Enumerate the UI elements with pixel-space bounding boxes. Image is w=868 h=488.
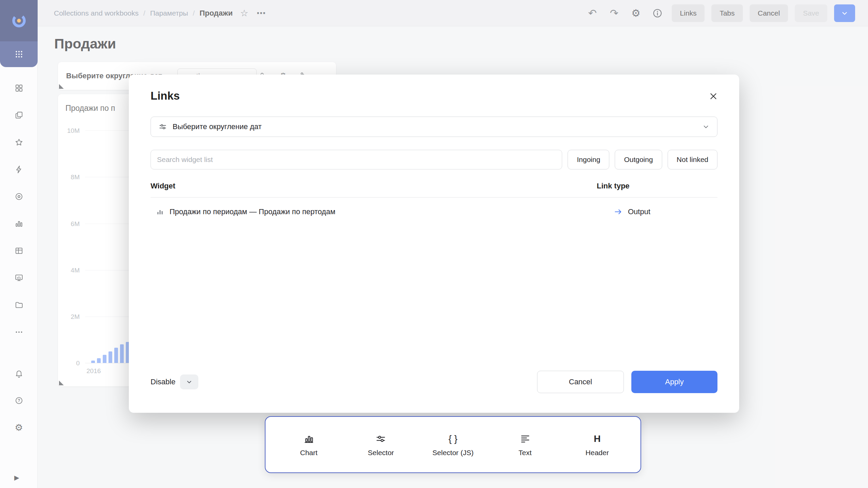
sliders-icon bbox=[158, 122, 167, 131]
widget-select-dropdown[interactable]: Выберите округление дат bbox=[151, 117, 717, 137]
toolbar-item-selector-js[interactable]: { } Selector (JS) bbox=[424, 432, 482, 457]
links-dialog: Links Выберите округление дат Ingoing Ou… bbox=[129, 75, 739, 413]
chevron-down-icon bbox=[702, 123, 710, 130]
toolbar-item-label: Text bbox=[518, 449, 532, 457]
row-link-type: Output bbox=[614, 207, 717, 216]
table-header-divider bbox=[151, 197, 717, 198]
toolbar-item-label: Header bbox=[586, 449, 609, 457]
chart-icon bbox=[303, 432, 314, 445]
arrow-right-icon bbox=[614, 207, 623, 216]
header-icon: H bbox=[594, 432, 600, 445]
selector-icon bbox=[375, 432, 386, 445]
toolbar-item-header[interactable]: H Header bbox=[568, 432, 626, 457]
widgets-toolbar: Chart Selector { } Selector (JS) Text bbox=[265, 416, 641, 473]
toolbar-item-text[interactable]: Text bbox=[496, 432, 554, 457]
table-row[interactable]: Продажи по периодам — Продажи по пертода… bbox=[151, 201, 717, 223]
toolbar-item-label: Selector bbox=[368, 449, 394, 457]
app-root: ? ⚙ ▶ Collections and workbooks / Параме… bbox=[0, 0, 868, 488]
search-filter-row: Ingoing Outgoing Not linked bbox=[151, 150, 717, 169]
toolbar-item-selector[interactable]: Selector bbox=[352, 432, 410, 457]
dialog-title: Links bbox=[151, 89, 180, 102]
selector-js-icon: { } bbox=[449, 432, 457, 445]
disable-dropdown-button[interactable] bbox=[180, 374, 198, 389]
toolbar-item-label: Chart bbox=[300, 449, 317, 457]
filter-not-linked-button[interactable]: Not linked bbox=[668, 150, 717, 169]
apply-button[interactable]: Apply bbox=[631, 371, 717, 393]
text-icon bbox=[520, 432, 531, 445]
toolbar-item-chart[interactable]: Chart bbox=[280, 432, 338, 457]
column-header-link-type: Link type bbox=[597, 182, 630, 190]
row-widget-name: Продажи по периодам — Продажи по пертода… bbox=[170, 207, 335, 216]
close-icon bbox=[709, 92, 718, 101]
filter-ingoing-button[interactable]: Ingoing bbox=[568, 150, 609, 169]
link-type-value: Output bbox=[628, 207, 650, 216]
close-button[interactable] bbox=[706, 89, 721, 104]
column-header-widget: Widget bbox=[151, 182, 175, 190]
chevron-down-icon bbox=[186, 379, 193, 385]
filter-outgoing-button[interactable]: Outgoing bbox=[615, 150, 662, 169]
dialog-cancel-button[interactable]: Cancel bbox=[537, 371, 624, 393]
disable-button[interactable]: Disable bbox=[151, 378, 175, 386]
toolbar-item-label: Selector (JS) bbox=[432, 449, 473, 457]
bar-chart-icon bbox=[156, 208, 164, 216]
disable-control: Disable bbox=[151, 374, 198, 390]
dropdown-value: Выберите округление дат bbox=[173, 122, 262, 131]
search-input[interactable] bbox=[151, 150, 562, 169]
